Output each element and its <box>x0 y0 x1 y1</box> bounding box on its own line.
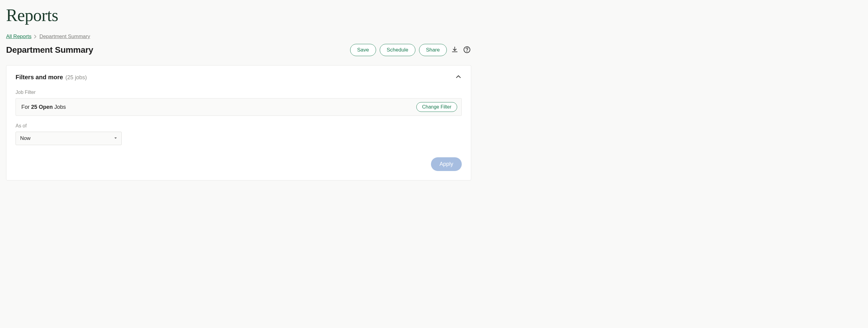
page-title: Reports <box>6 5 471 25</box>
as-of-label: As of <box>16 123 462 129</box>
filters-panel: Filters and more (25 jobs) Job Filter Fo… <box>6 65 471 181</box>
as-of-select[interactable]: Now <box>16 132 122 145</box>
help-button[interactable] <box>463 45 471 55</box>
chevron-up-icon <box>455 73 462 81</box>
job-filter-bold: 25 Open <box>31 104 53 110</box>
svg-point-1 <box>467 51 467 52</box>
share-button[interactable]: Share <box>419 44 447 56</box>
job-filter-suffix: Jobs <box>53 104 66 110</box>
breadcrumb-current-link[interactable]: Department Summary <box>39 34 90 40</box>
chevron-right-icon <box>34 34 37 39</box>
schedule-button[interactable]: Schedule <box>380 44 415 56</box>
job-filter-row: For 25 Open Jobs Change Filter <box>16 98 462 116</box>
change-filter-button[interactable]: Change Filter <box>416 102 457 112</box>
download-button[interactable] <box>451 45 459 55</box>
job-filter-prefix: For <box>21 104 31 110</box>
save-button[interactable]: Save <box>350 44 376 56</box>
apply-row: Apply <box>16 157 462 171</box>
as-of-select-wrap: Now <box>16 132 122 145</box>
download-icon <box>451 46 458 54</box>
report-header: Department Summary Save Schedule Share <box>6 44 471 56</box>
help-icon <box>463 46 471 54</box>
breadcrumb: All Reports Department Summary <box>6 34 471 40</box>
job-filter-label: Job Filter <box>16 90 462 95</box>
breadcrumb-root-link[interactable]: All Reports <box>6 34 31 40</box>
filters-job-count: (25 jobs) <box>66 74 87 81</box>
job-filter-text: For 25 Open Jobs <box>21 104 66 110</box>
report-actions: Save Schedule Share <box>350 44 471 56</box>
collapse-panel-button[interactable] <box>455 73 462 81</box>
report-title: Department Summary <box>6 45 93 55</box>
apply-button[interactable]: Apply <box>431 157 462 171</box>
filters-panel-title: Filters and more <box>16 74 63 81</box>
filters-panel-header: Filters and more (25 jobs) <box>16 73 462 81</box>
